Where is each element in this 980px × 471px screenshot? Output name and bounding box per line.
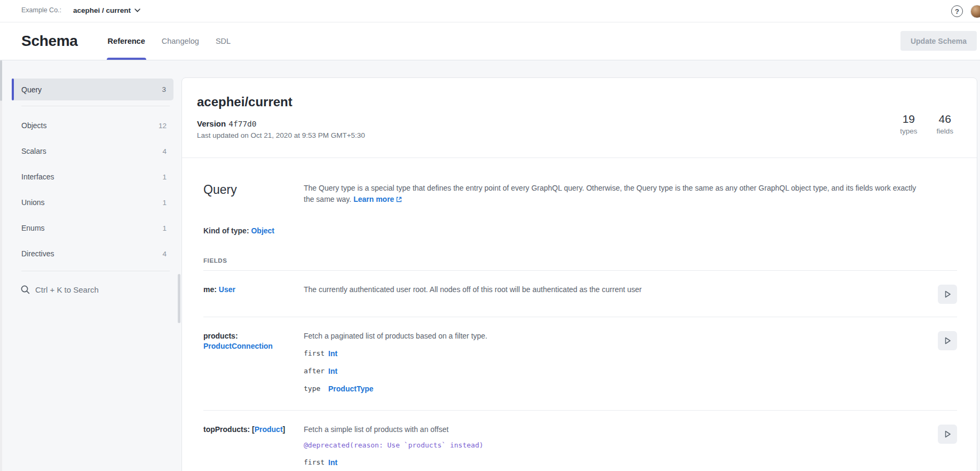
field-args: first Int after Int type ProductType [304,344,926,397]
sidebar-item-scalars[interactable]: Scalars 4 [0,138,181,164]
learn-more-link[interactable]: Learn more [353,195,402,203]
kind-label: Kind of type: [203,226,249,235]
argument-type-link[interactable]: Int [328,458,337,467]
schema-search-trigger[interactable]: Ctrl + K to Search [0,278,181,301]
sidebar-item-count: 1 [162,224,167,232]
user-avatar[interactable] [970,5,980,18]
argument-type-link[interactable]: Int [328,367,337,375]
sidebar-item-label: Enums [21,224,45,232]
play-icon [942,289,953,300]
graph-summary-header: acephei/current Version4f77d0 Last updat… [182,78,977,158]
org-label: Example Co.: [21,6,61,14]
topbar-actions: ? [951,0,980,22]
type-description: The Query type is a special type that de… [304,183,926,205]
argument-row: first Int [304,453,926,471]
top-bar: Example Co.: acephei / current ? [0,0,980,22]
types-count: 19 [900,112,917,125]
tab-reference[interactable]: Reference [107,22,146,60]
types-label: types [900,127,917,135]
run-query-button[interactable] [938,425,957,444]
fields-section-label: FIELDS [203,257,957,271]
field-name-text: topProducts: [ [203,425,255,434]
page-header: Schema Reference Changelog SDL Update Sc… [0,22,980,60]
field-body: Fetch a simple list of products with an … [304,425,926,471]
version-line: Version4f77d0 [197,119,962,128]
field-name: me: User [203,285,291,295]
argument-row: type ProductType [304,380,926,397]
schema-stats: 19 types 46 fields [900,112,953,135]
field-name-suffix: ] [283,425,286,434]
type-intro: Query The Query type is a special type t… [203,158,957,205]
external-link-icon [396,197,402,202]
sidebar-item-label: Objects [21,121,46,130]
argument-name: first [304,458,328,466]
play-icon [942,335,953,346]
sidebar-item-count: 1 [162,199,167,207]
field-description: Fetch a simple list of products with an … [304,425,926,435]
sidebar-item-label: Scalars [21,147,46,155]
update-schema-button[interactable]: Update Schema [900,31,977,51]
field-type-link[interactable]: User [219,285,235,294]
field-type-link[interactable]: ProductConnection [203,342,273,350]
field-row: me: User The currently authenticated use… [203,271,957,317]
deprecated-annotation: @deprecated(reason: Use `products` inste… [304,440,926,450]
page-title: Schema [21,33,78,50]
tab-bar: Reference Changelog SDL [107,22,232,60]
field-type-link[interactable]: Product [255,425,283,434]
divider [21,271,170,271]
run-query-button[interactable] [938,285,957,304]
types-stat: 19 types [900,112,917,135]
graph-selector-dropdown[interactable]: acephei / current [73,6,140,14]
sidebar-item-directives[interactable]: Directives 4 [0,241,181,266]
sidebar-item-label: Directives [21,249,54,258]
field-body: The currently authenticated user root. A… [304,285,926,295]
field-description: Fetch a paginated list of products based… [304,331,926,341]
type-section: Query The Query type is a special type t… [182,158,977,471]
version-label: Version [197,119,226,128]
field-args: first Int [304,453,926,471]
schema-reference-card: acephei/current Version4f77d0 Last updat… [181,77,977,471]
help-icon[interactable]: ? [951,5,963,17]
argument-name: after [304,367,328,375]
tab-changelog[interactable]: Changelog [161,22,200,60]
argument-type-link[interactable]: ProductType [328,384,374,393]
sidebar-item-objects[interactable]: Objects 12 [0,113,181,138]
run-query-button[interactable] [938,331,957,350]
field-name: products: ProductConnection [203,331,291,351]
field-row: topProducts: [Product] Fetch a simple li… [203,411,957,471]
sidebar-item-interfaces[interactable]: Interfaces 1 [0,164,181,190]
sidebar-scrollbar-thumb[interactable] [178,274,180,323]
page-body: Query 3 Objects 12 Scalars 4 Interfaces … [0,60,980,471]
tab-sdl[interactable]: SDL [215,22,232,60]
kind-of-type-line: Kind of type: Object [203,226,957,235]
argument-row: after Int [304,362,926,380]
search-hint-label: Ctrl + K to Search [35,285,99,294]
schema-sidebar: Query 3 Objects 12 Scalars 4 Interfaces … [0,60,181,471]
active-indicator-bar [12,78,14,100]
type-name: Query [203,183,291,197]
sidebar-item-count: 1 [162,173,167,181]
sidebar-item-query[interactable]: Query 3 [12,78,173,100]
field-row: products: ProductConnection Fetch a pagi… [203,317,957,411]
sidebar-item-count: 4 [162,250,167,258]
sidebar-item-unions[interactable]: Unions 1 [0,190,181,215]
argument-row: first Int [304,344,926,362]
sidebar-item-count: 12 [159,122,167,130]
fields-stat: 46 fields [936,112,953,135]
argument-name: first [304,349,328,357]
sidebar-item-enums[interactable]: Enums 1 [0,215,181,241]
sidebar-nav-list: Query 3 Objects 12 Scalars 4 Interfaces … [0,78,181,266]
fields-label: fields [936,127,953,135]
version-value: 4f77d0 [228,120,256,128]
graph-selector-label: acephei / current [73,6,131,14]
argument-type-link[interactable]: Int [328,349,337,358]
sidebar-item-label: Query [21,85,42,94]
field-name: topProducts: [Product] [203,425,291,435]
sidebar-item-label: Interfaces [21,172,54,181]
field-name-text: me: [203,285,219,294]
sidebar-item-count: 4 [162,147,167,155]
chevron-down-icon [135,9,140,12]
learn-more-label: Learn more [353,195,394,203]
fields-list: me: User The currently authenticated use… [203,271,957,471]
kind-value-link[interactable]: Object [251,226,274,235]
